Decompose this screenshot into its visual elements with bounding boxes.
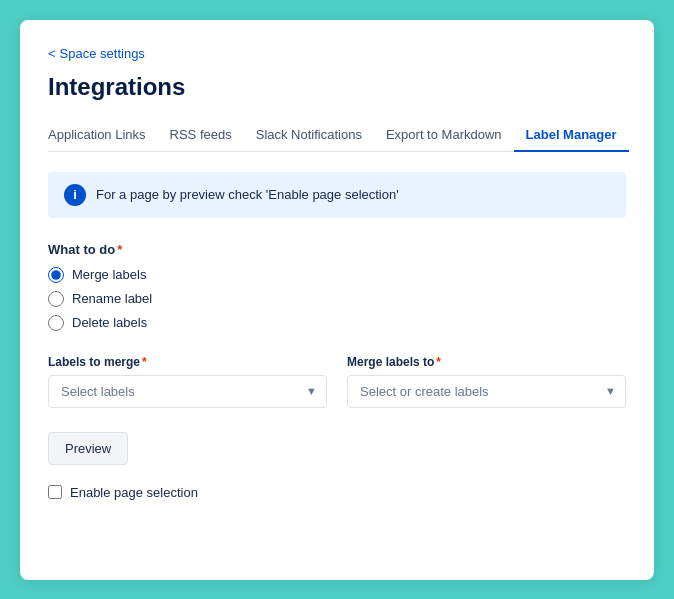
preview-button[interactable]: Preview (48, 432, 128, 465)
info-banner-text: For a page by preview check 'Enable page… (96, 187, 399, 202)
back-arrow: < (48, 46, 56, 61)
enable-page-selection-checkbox[interactable] (48, 485, 62, 499)
merge-labels-to-group: Merge labels to* Select or create labels… (347, 355, 626, 408)
tabs-nav: Application Links RSS feeds Slack Notifi… (48, 119, 626, 152)
what-to-do-section: What to do* Merge labels Rename label De… (48, 242, 626, 331)
radio-rename-input[interactable] (48, 291, 64, 307)
labels-to-merge-select-wrapper: Select labels ▼ (48, 375, 327, 408)
radio-group-action: Merge labels Rename label Delete labels (48, 267, 626, 331)
tab-rss-feeds[interactable]: RSS feeds (158, 119, 244, 152)
required-star-merge: * (142, 355, 147, 369)
radio-merge-label: Merge labels (72, 267, 146, 282)
tab-slack-notifications[interactable]: Slack Notifications (244, 119, 374, 152)
radio-merge-labels[interactable]: Merge labels (48, 267, 626, 283)
back-label: Space settings (60, 46, 145, 61)
labels-form-row: Labels to merge* Select labels ▼ Merge l… (48, 355, 626, 408)
merge-labels-to-select-wrapper: Select or create labels ▼ (347, 375, 626, 408)
tab-export-to-markdown[interactable]: Export to Markdown (374, 119, 514, 152)
required-star-action: * (117, 242, 122, 257)
enable-page-selection-label: Enable page selection (70, 485, 198, 500)
radio-delete-input[interactable] (48, 315, 64, 331)
merge-labels-to-label: Merge labels to* (347, 355, 626, 369)
enable-page-selection-item[interactable]: Enable page selection (48, 485, 626, 500)
info-banner: i For a page by preview check 'Enable pa… (48, 172, 626, 218)
radio-rename-label-text: Rename label (72, 291, 152, 306)
what-to-do-label: What to do* (48, 242, 626, 257)
radio-delete-label: Delete labels (72, 315, 147, 330)
radio-rename-label[interactable]: Rename label (48, 291, 626, 307)
labels-to-merge-label: Labels to merge* (48, 355, 327, 369)
page-title: Integrations (48, 73, 626, 101)
back-link[interactable]: < Space settings (48, 46, 145, 61)
required-star-merge-to: * (436, 355, 441, 369)
main-card: < Space settings Integrations Applicatio… (20, 20, 654, 580)
info-icon: i (64, 184, 86, 206)
radio-merge-input[interactable] (48, 267, 64, 283)
merge-labels-to-select[interactable]: Select or create labels (347, 375, 626, 408)
tab-application-links[interactable]: Application Links (48, 119, 158, 152)
radio-delete-labels[interactable]: Delete labels (48, 315, 626, 331)
tab-label-manager[interactable]: Label Manager (514, 119, 629, 152)
labels-to-merge-select[interactable]: Select labels (48, 375, 327, 408)
labels-to-merge-group: Labels to merge* Select labels ▼ (48, 355, 327, 408)
